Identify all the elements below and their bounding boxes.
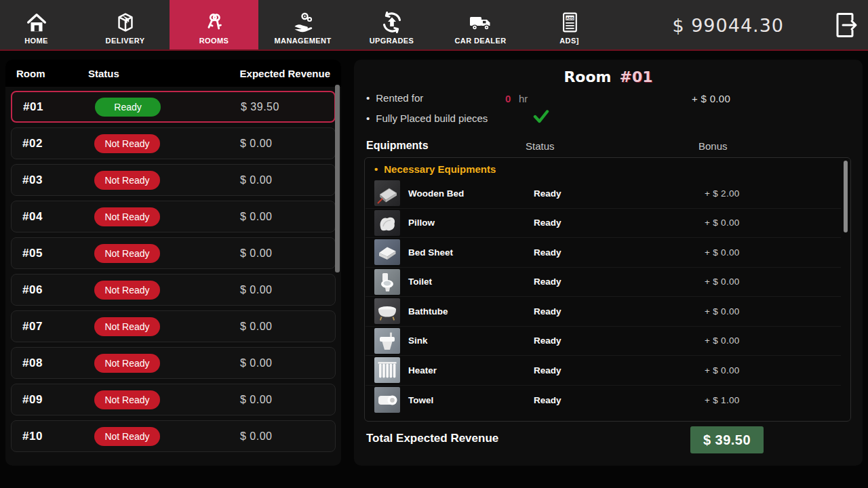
title-room-label: Room <box>564 68 611 85</box>
room-row-08[interactable]: #08 Not Ready $ 0.00 <box>11 347 336 379</box>
status-badge: Not Ready <box>94 427 160 446</box>
equipment-status: Ready <box>534 365 694 375</box>
tab-label: HOME <box>24 37 48 45</box>
home-icon <box>25 7 48 35</box>
equipment-status: Ready <box>534 395 694 405</box>
room-row-03[interactable]: #03 Not Ready $ 0.00 <box>11 164 336 196</box>
status-badge: Not Ready <box>94 134 160 153</box>
room-detail-title: Room#01 <box>354 68 863 85</box>
room-id: #03 <box>22 174 94 187</box>
room-detail-panel: Room#01 • Rented for 0 hr + $ 0.00 • Ful… <box>354 60 863 466</box>
room-list-header: Room Status Expected Revenue <box>5 60 341 87</box>
equipment-status: Ready <box>534 277 694 287</box>
fully-placed-line: • Fully Placed build pieces <box>366 113 488 124</box>
equipment-name: Sink <box>408 336 534 346</box>
equipment-bonus: + $ 0.00 <box>694 277 841 287</box>
header-status: Status <box>88 68 210 79</box>
rented-hours-value: 0 <box>505 93 511 104</box>
status-badge: Not Ready <box>94 317 160 336</box>
top-nav-bar: HOME DELIVERY ROOMS MANAGEMENT UPGRADES <box>0 0 868 51</box>
room-revenue: $ 0.00 <box>216 284 335 296</box>
equipment-bonus-header: Bonus <box>698 140 728 152</box>
tab-delivery[interactable]: DELIVERY <box>81 0 170 49</box>
equipment-name: Bed Sheet <box>408 247 534 258</box>
tab-label: MANAGEMENT <box>274 37 331 45</box>
exit-button[interactable] <box>831 9 861 41</box>
equipment-row-toilet[interactable]: Toilet Ready + $ 0.00 <box>366 268 841 298</box>
necessary-equipments-header: • Necessary Equipments <box>365 158 850 175</box>
status-badge: Not Ready <box>94 244 160 263</box>
tab-home[interactable]: HOME <box>0 0 81 49</box>
equipment-name: Towel <box>408 395 534 405</box>
equipment-row-bathtube[interactable]: Bathtube Ready + $ 0.00 <box>366 297 841 327</box>
truck-icon <box>467 7 494 35</box>
equipment-status: Ready <box>534 306 694 317</box>
tab-car-dealer[interactable]: CAR DEALER <box>436 0 525 49</box>
room-row-02[interactable]: #02 Not Ready $ 0.00 <box>11 127 336 159</box>
keys-icon <box>203 7 226 35</box>
room-revenue: $ 0.00 <box>216 430 335 443</box>
rented-bonus-value: + $ 0.00 <box>692 93 730 104</box>
room-revenue: $ 0.00 <box>216 394 335 406</box>
room-row-06[interactable]: #06 Not Ready $ 0.00 <box>11 274 336 306</box>
room-revenue: $ 39.50 <box>217 101 334 113</box>
room-id: #01 <box>23 100 95 114</box>
room-revenue: $ 0.00 <box>216 138 335 150</box>
room-id: #09 <box>22 393 94 407</box>
room-row-01[interactable]: #01 Ready $ 39.50 <box>11 91 336 123</box>
room-revenue: $ 0.00 <box>216 357 335 369</box>
necessary-equipments-label: Necessary Equipments <box>384 163 496 175</box>
room-row-09[interactable]: #09 Not Ready $ 0.00 <box>11 384 336 415</box>
status-badge: Not Ready <box>94 207 160 226</box>
equipment-row-pillow[interactable]: Pillow Ready + $ 0.00 <box>366 209 841 239</box>
room-id: #04 <box>22 210 94 224</box>
header-room: Room <box>16 68 88 79</box>
tab-label: ROOMS <box>199 37 229 45</box>
total-expected-revenue-value: $ 39.50 <box>690 426 764 453</box>
room-revenue: $ 0.00 <box>216 211 335 223</box>
equipment-bonus: + $ 0.00 <box>694 247 841 258</box>
bullet: • <box>366 113 370 124</box>
room-id: #05 <box>22 247 94 260</box>
header-expected-revenue: Expected Revenue <box>210 68 330 79</box>
room-row-05[interactable]: #05 Not Ready $ 0.00 <box>11 237 336 269</box>
towel-thumb <box>374 387 400 413</box>
rented-for-line: • Rented for <box>366 92 423 104</box>
equipment-name: Heater <box>408 365 534 375</box>
upgrade-cycle-icon <box>380 7 404 35</box>
room-id: #02 <box>22 137 94 150</box>
room-row-10[interactable]: #10 Not Ready $ 0.00 <box>11 420 336 452</box>
equipment-row-bed-sheet[interactable]: Bed Sheet Ready + $ 0.00 <box>366 238 841 268</box>
equipment-row-sink[interactable]: Sink Ready + $ 0.00 <box>366 327 841 357</box>
room-row-04[interactable]: #04 Not Ready $ 0.00 <box>11 201 336 232</box>
bathtub-thumb <box>374 298 400 324</box>
equipment-row-towel[interactable]: Towel Ready + $ 1.00 <box>366 386 841 415</box>
tab-label: UPGRADES <box>370 37 414 45</box>
rented-hours-unit: hr <box>519 93 528 104</box>
status-badge: Not Ready <box>94 354 160 373</box>
room-id: #10 <box>22 430 94 443</box>
tab-ads[interactable]: ADS ADS] <box>525 0 614 49</box>
equipment-row-wooden-bed[interactable]: Wooden Bed Ready + $ 2.00 <box>366 179 841 209</box>
total-expected-revenue-label: Total Expected Revenue <box>366 432 498 445</box>
tab-upgrades[interactable]: UPGRADES <box>347 0 436 49</box>
room-list-scrollbar[interactable] <box>335 85 340 272</box>
title-room-number: #01 <box>620 68 653 85</box>
green-check-icon <box>533 109 549 124</box>
tab-management[interactable]: MANAGEMENT <box>258 0 347 49</box>
wooden-bed-thumb <box>374 180 400 206</box>
room-list-panel: Room Status Expected Revenue #01 Ready $… <box>5 60 341 466</box>
tab-label: ADS] <box>559 37 579 45</box>
equipment-bonus: + $ 0.00 <box>694 306 841 317</box>
bed-sheet-thumb <box>374 239 400 265</box>
equipment-bonus: + $ 2.00 <box>694 188 841 199</box>
status-badge: Not Ready <box>94 171 160 190</box>
room-id: #08 <box>22 357 94 370</box>
room-row-07[interactable]: #07 Not Ready $ 0.00 <box>11 310 336 342</box>
tab-rooms[interactable]: ROOMS <box>170 0 258 49</box>
equipment-scrollbar[interactable] <box>844 161 848 232</box>
equipment-bonus: + $ 1.00 <box>694 395 841 405</box>
equipment-row-heater[interactable]: Heater Ready + $ 0.00 <box>366 356 841 386</box>
equipment-rows: Wooden Bed Ready + $ 2.00 Pillow Ready +… <box>366 179 841 415</box>
equipment-status: Ready <box>534 218 694 228</box>
